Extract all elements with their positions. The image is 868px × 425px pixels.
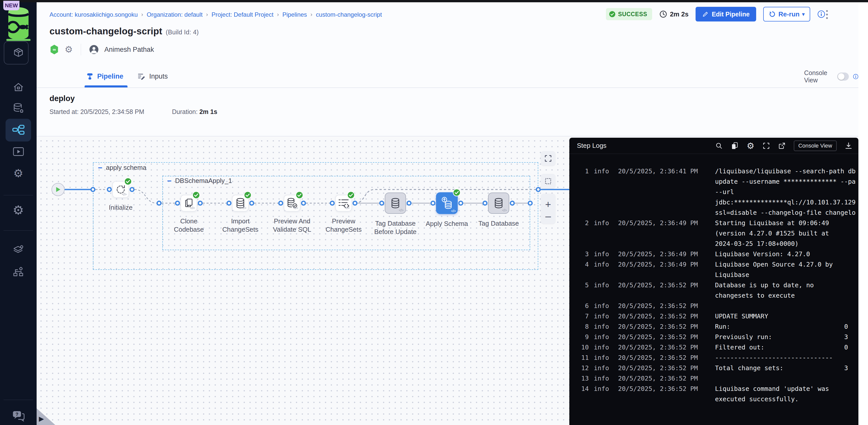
log-entry[interactable]: 5info20/5/2025, 2:36:52 PMDatabase is up… — [573, 280, 855, 301]
home-icon[interactable] — [0, 80, 37, 94]
open-external-icon[interactable] — [778, 142, 786, 149]
more-options-menu-icon[interactable] — [822, 8, 832, 21]
collapse-icon[interactable]: − — [98, 165, 102, 170]
search-icon[interactable] — [715, 142, 723, 149]
connector-port[interactable] — [129, 187, 134, 192]
log-message: Run: 0 — [715, 321, 857, 332]
log-entry[interactable]: 3info20/5/2025, 2:36:49 PMLiquibase Vers… — [573, 249, 855, 259]
info-icon[interactable] — [853, 73, 859, 80]
log-entry[interactable]: 6info20/5/2025, 2:36:52 PM — [573, 301, 855, 311]
breadcrumb-item[interactable]: Project: Default Project — [212, 11, 273, 18]
console-view-toggle[interactable] — [837, 73, 849, 81]
log-entry[interactable]: 12info20/5/2025, 2:36:52 PMTotal change … — [573, 363, 855, 373]
console-view-toggle-row: Console View — [804, 71, 859, 82]
log-entry[interactable]: 2info20/5/2025, 2:36:49 PMStarting Liqui… — [573, 218, 855, 249]
pencil-icon — [702, 11, 709, 18]
breadcrumb-item[interactable]: Account: kurosakiichigo.songoku — [50, 11, 138, 18]
log-level: info — [589, 342, 613, 352]
tab-inputs[interactable]: Inputs — [137, 65, 168, 87]
connector-port[interactable] — [330, 201, 335, 206]
node-tag-database[interactable]: </> — [488, 193, 509, 214]
stage-group-header[interactable]: − apply schema — [98, 164, 147, 172]
breadcrumb-item[interactable]: custom-changelog-script — [316, 11, 382, 18]
connector-port[interactable] — [458, 201, 463, 206]
canvas-fullscreen-button[interactable] — [541, 151, 555, 166]
node-label: CloneCodebase — [174, 217, 204, 234]
step-logs-header: Step Logs ⚙ Console View — [569, 138, 859, 154]
breadcrumb-item[interactable]: Pipelines — [282, 11, 307, 18]
author-name[interactable]: Animesh Pathak — [104, 46, 154, 54]
zoom-out-button[interactable]: – — [545, 214, 551, 219]
log-message: Filtered out: 0 — [715, 342, 857, 352]
log-lines[interactable]: 1info20/5/2025, 2:36:41 PM/liquibase/liq… — [573, 166, 855, 404]
log-console-view-button[interactable]: Console View — [794, 141, 837, 151]
rerun-button[interactable]: Re-run ▾ — [763, 7, 810, 22]
connector-port[interactable] — [90, 187, 95, 192]
step-group-header[interactable]: − DBSchemaApply_1 — [167, 177, 232, 185]
collapse-icon[interactable]: − — [167, 178, 172, 183]
connector-port[interactable] — [107, 187, 112, 192]
connector-port[interactable] — [157, 201, 162, 206]
help-chat-icon[interactable]: ? — [0, 408, 37, 424]
database-settings-icon[interactable] — [0, 101, 37, 115]
log-entry[interactable]: 8info20/5/2025, 2:36:52 PMRun: 0 — [573, 321, 855, 332]
delegates-layers-icon[interactable] — [0, 243, 37, 257]
log-entry[interactable]: 7info20/5/2025, 2:36:52 PMUPDATE SUMMARY — [573, 311, 855, 321]
pipelines-icon[interactable] — [0, 123, 37, 137]
copy-icon[interactable] — [731, 142, 739, 150]
modules-cube-icon[interactable] — [0, 45, 37, 61]
connector-port[interactable] — [175, 201, 180, 206]
log-entry[interactable]: 13info20/5/2025, 2:36:52 PM — [573, 373, 855, 384]
pipeline-gear-icon[interactable]: ⚙ — [65, 45, 73, 54]
executions-icon[interactable] — [0, 144, 37, 159]
liquibase-logo-icon[interactable] — [0, 6, 37, 41]
log-level: info — [589, 280, 613, 301]
status-hexagon-icon: ∞ — [50, 44, 59, 55]
log-message: Liquibase command 'update' wasexecuted s… — [715, 384, 857, 404]
connector-port[interactable] — [379, 201, 384, 206]
connector-port[interactable] — [510, 201, 515, 206]
node-tag-database-before-update[interactable]: </> — [385, 193, 406, 214]
log-level: info — [589, 363, 613, 373]
connector-port[interactable] — [536, 187, 541, 192]
connector-port[interactable] — [352, 201, 358, 206]
log-level: info — [589, 321, 613, 332]
log-message: UPDATE SUMMARY — [715, 311, 857, 321]
log-entry[interactable]: 11info20/5/2025, 2:36:52 PM-------------… — [573, 352, 855, 363]
stage-name: deploy — [50, 94, 75, 103]
connector-port[interactable] — [431, 201, 435, 206]
connector-port[interactable] — [301, 201, 306, 206]
project-settings-gear-icon[interactable]: ⚙ — [0, 166, 37, 180]
connector-port[interactable] — [406, 201, 411, 206]
breadcrumb[interactable]: Account: kurosakiichigo.songoku›Organiza… — [50, 11, 382, 18]
log-entry[interactable]: 4info20/5/2025, 2:36:49 PMLiquibase Open… — [573, 259, 855, 280]
connector-port[interactable] — [226, 201, 231, 206]
svg-text:?: ? — [16, 412, 18, 417]
connector-port[interactable] — [278, 201, 283, 206]
tab-bar: Pipeline Inputs Console View — [37, 65, 859, 88]
connector-port[interactable] — [528, 201, 533, 206]
log-entry[interactable]: 9info20/5/2025, 2:36:52 PMPreviously run… — [573, 332, 855, 342]
edit-pipeline-button[interactable]: Edit Pipeline — [695, 7, 756, 22]
download-icon[interactable] — [845, 142, 852, 149]
expand-fullscreen-icon[interactable] — [763, 142, 770, 149]
log-entry[interactable]: 1info20/5/2025, 2:36:41 PM/liquibase/liq… — [573, 166, 855, 218]
pipeline-start-node[interactable] — [52, 183, 65, 196]
connector-port[interactable] — [198, 201, 203, 206]
active-tab-underline — [85, 85, 127, 87]
connector-port[interactable] — [249, 201, 254, 206]
canvas-select-marquee-button[interactable] — [541, 174, 555, 189]
zoom-in-button[interactable]: + — [545, 199, 551, 210]
breadcrumb-item[interactable]: Organization: default — [147, 11, 203, 18]
page-scrollbar-gutter[interactable] — [859, 2, 868, 425]
log-entry[interactable]: 14info20/5/2025, 2:36:52 PMLiquibase com… — [573, 384, 855, 404]
log-entry[interactable]: 10info20/5/2025, 2:36:52 PMFiltered out:… — [573, 342, 855, 352]
connector-port[interactable] — [483, 201, 488, 206]
connectors-hierarchy-icon[interactable] — [0, 265, 37, 279]
log-message: Liquibase Open Source 4.27.0 byLiquibase — [715, 259, 857, 280]
new-badge: NEW — [3, 1, 20, 10]
account-settings-gear-icon[interactable]: ⚙ — [0, 203, 37, 217]
corner-play-icon[interactable]: ▶ — [39, 415, 44, 423]
log-settings-gear-icon[interactable]: ⚙ — [747, 142, 754, 150]
tab-pipeline[interactable]: Pipeline — [86, 65, 123, 87]
